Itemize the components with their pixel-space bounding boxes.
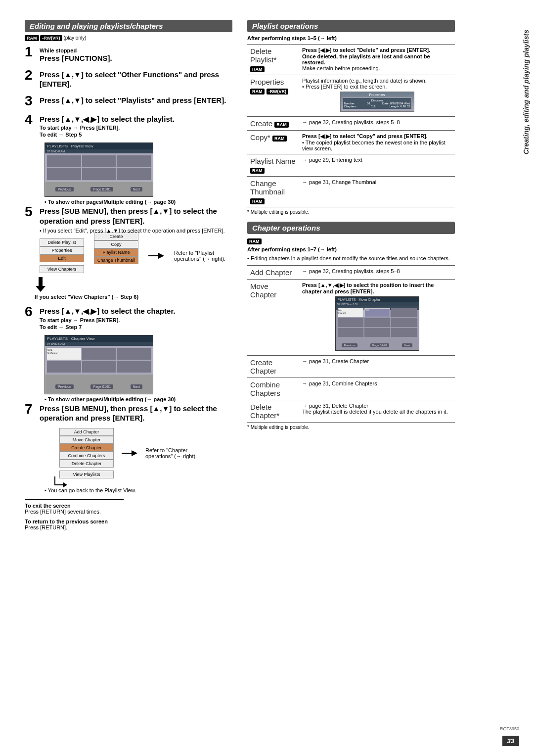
next-btn: Next: [131, 187, 142, 191]
step-num: 4: [25, 113, 40, 138]
chapter-ops-table: Add Chapter → page 32, Creating playlist…: [247, 265, 455, 423]
prop-val: 012: [371, 105, 376, 108]
menu5-note: Refer to "Playlist operations" (→ right)…: [174, 250, 232, 262]
row-delete-playlist: Delete Playlist* RAM Press [◀,▶] to sele…: [247, 45, 455, 75]
mt-sub: Move Chapter: [358, 298, 380, 301]
step-num: 6: [25, 305, 40, 330]
step-2: 2 Press [▲,▼] to select "Other Functions…: [25, 68, 232, 89]
thumb-subtitle: Playlist View: [71, 144, 93, 148]
side-tab: Creating, editing and playing playlists: [522, 30, 530, 154]
menu-delete-chapter: Delete Chapter: [59, 460, 114, 468]
chapter-ops-note: • Editing chapters in a playlist does no…: [247, 255, 455, 261]
row-create-chapter: Create Chapter → page 31, Create Chapter: [247, 356, 455, 378]
step-4: 4 Press [▲,▼,◀,▶] to select the playlist…: [25, 113, 232, 138]
op-title: Combine Chapters: [247, 378, 299, 400]
next-btn: Next: [402, 343, 412, 347]
op-line: Once deleted, the playlists are lost and…: [302, 53, 452, 65]
mt-time: 0:00.05: [338, 311, 346, 314]
menu-create: Create: [94, 233, 138, 240]
tag-rwvr: -RW(VR): [267, 89, 288, 94]
media-tags: RAM -RW(VR) (play only): [25, 35, 232, 41]
c-time: 0:00.10: [47, 351, 57, 354]
op-title: Delete Chapter*: [247, 400, 299, 423]
prop-val: Length: 0:30.05: [390, 105, 410, 108]
tag-rwvr: -RW(VR): [40, 35, 62, 41]
properties-box: Properties Dinosaur Number:01Date: 8/20/…: [340, 92, 414, 112]
page-lbl: Page: [93, 385, 101, 388]
view-chapters-note: If you select "View Chapters" (→ Step 6): [35, 294, 232, 300]
op-title: Add Chapter: [247, 266, 299, 280]
step-num: 2: [25, 68, 40, 89]
thumb-source: 07 DVD-RAM: [45, 342, 153, 346]
playlist-ops-header: Playlist operations: [247, 20, 455, 32]
page-num: 01/01: [380, 344, 387, 347]
chapter-view-thumb: PLAYLISTS Chapter View 07 DVD-RAM 0010:0…: [44, 335, 153, 394]
op-title: Properties: [250, 78, 284, 86]
op-line: Playlist information (e.g., length and d…: [302, 78, 452, 84]
move-chapter-thumb: PLAYLISTS Move Chapter 08 1/007 Mon 0:30…: [335, 296, 419, 351]
menu-view-chapters: View Chapters: [40, 265, 84, 273]
thumb-title: PLAYLISTS: [47, 336, 68, 341]
doc-code: RQT8950: [500, 726, 519, 731]
op-line: → page 31, Change Thumbnail: [299, 177, 455, 207]
step-main: Press [▲,▼,◀,▶] to select the playlist.: [40, 114, 232, 124]
step-6: 6 Press [▲,▼,◀,▶] to select the chapter.…: [25, 305, 232, 330]
op-title: Create: [250, 119, 272, 128]
tag-ram: RAM: [250, 198, 265, 204]
prev-btn: Previous: [55, 384, 74, 389]
playlist-ops-table: Delete Playlist* RAM Press [◀,▶] to sele…: [247, 44, 455, 207]
row-copy: Copy* RAM Press [◀,▶] to select "Copy" a…: [247, 131, 455, 154]
row-name: Playlist NameRAM → page 29, Entering tex…: [247, 154, 455, 177]
step-main: Press [▲,▼,◀,▶] to select the chapter.: [40, 306, 232, 316]
tag-ram: RAM: [250, 89, 265, 94]
row-combine-chapters: Combine Chapters → page 31, Combine Chap…: [247, 378, 455, 400]
step-main: Press [FUNCTIONS].: [40, 53, 232, 63]
chapter-ops-footnote: * Multiple editing is possible.: [247, 425, 455, 430]
step-3: 3 Press [▲,▼] to select "Playlists" and …: [25, 94, 232, 108]
mt-title: PLAYLISTS: [338, 298, 356, 301]
op-line: • Press [ENTER] to exit the screen.: [302, 84, 452, 90]
prev-body: Press [RETURN].: [25, 524, 232, 530]
op-line: → page 32, Creating playlists, steps 5–8: [299, 266, 455, 280]
op-title: Delete Playlist*: [250, 47, 276, 64]
step5-menu: Delete Playlist Properties Edit View Cha…: [40, 238, 232, 273]
step7-menu: Add Chapter Move Chapter Create Chapter …: [59, 428, 232, 478]
back-note: • You can go back to the Playlist View.: [44, 487, 232, 493]
step-num: 1: [25, 45, 40, 63]
tag-ram: RAM: [25, 35, 39, 41]
mt-info: 08 1/007 Mon 0:30: [336, 302, 419, 306]
thumb-source: 07 DVD-RAM: [45, 149, 153, 153]
menu-combine-chapters: Combine Chapters: [59, 452, 114, 460]
playlist-view-thumb: PLAYLISTS Playlist View 07 DVD-RAM Previ…: [44, 142, 153, 197]
tag-ram: RAM: [274, 122, 289, 128]
step6-bullet: • To show other pages/Multiple editing (…: [44, 396, 232, 402]
arrow-down-icon: [35, 277, 46, 292]
left-header: Editing and playing playlists/chapters: [25, 20, 232, 32]
menu-delete-playlist: Delete Playlist: [40, 238, 84, 246]
op-line: Make certain before proceeding.: [302, 65, 452, 71]
menu-change-thumb: Change Thumbnail: [94, 256, 138, 264]
page-num: 01/01: [102, 188, 111, 191]
step4-bullet: • To show other pages/Multiple editing (…: [44, 199, 232, 205]
exit-body: Press [RETURN] several times.: [25, 509, 232, 515]
menu-add-chapter: Add Chapter: [59, 428, 114, 436]
op-line: • The copied playlist becomes the newest…: [302, 140, 452, 151]
media-note: (play only): [63, 35, 86, 41]
row-move-chapter: Move Chapter Press [▲,▼,◀,▶] to select t…: [247, 280, 455, 356]
row-create: Create RAM → page 32, Creating playlists…: [247, 117, 455, 131]
op-line: → page 31, Delete Chapter: [302, 403, 452, 409]
exit-heading: To exit the screen: [25, 503, 232, 509]
tag-ram: RAM: [272, 136, 287, 142]
op-line: → page 31, Create Chapter: [299, 356, 455, 378]
step-num: 3: [25, 94, 40, 108]
op-title: Copy*: [250, 133, 270, 142]
step-5: 5 Press [SUB MENU], then press [▲,▼] to …: [25, 205, 232, 234]
page-lbl: Page: [372, 344, 379, 347]
step-num: 5: [25, 205, 40, 234]
step-1: 1 While stopped Press [FUNCTIONS].: [25, 45, 232, 63]
row-delete-chapter: Delete Chapter* → page 31, Delete Chapte…: [247, 400, 455, 423]
step-num: 7: [25, 402, 40, 423]
playlist-ops-footnote: * Multiple editing is possible.: [247, 209, 455, 215]
op-title: Change Thumbnail: [250, 179, 285, 196]
menu-playlist-name: Playlist Name: [94, 248, 138, 256]
